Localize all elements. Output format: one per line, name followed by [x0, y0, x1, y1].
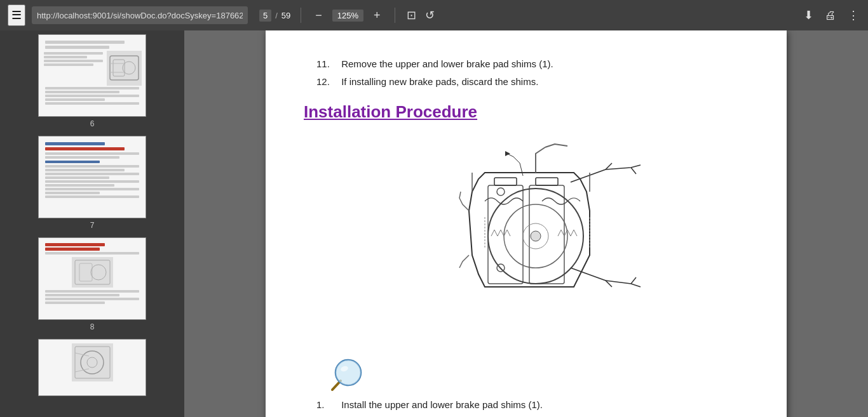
magnifier-area [329, 357, 749, 392]
page-separator: / [275, 11, 278, 20]
sidebar[interactable]: 6 [0, 30, 184, 417]
removal-steps: 11. Remove the upper and lower brake pad… [304, 56, 749, 89]
more-button[interactable]: ⋮ [846, 7, 860, 23]
page-info: 5 / 59 [259, 10, 290, 22]
sidebar-item-page8[interactable]: 8 [0, 234, 184, 335]
svg-point-24 [497, 188, 505, 195]
url-bar[interactable] [32, 6, 248, 24]
svg-point-26 [531, 231, 541, 241]
print-button[interactable]: 🖨 [824, 8, 837, 23]
total-pages: 59 [281, 11, 290, 20]
zoom-level: 125% [332, 10, 363, 22]
thumb-page8 [38, 237, 146, 320]
current-page[interactable]: 5 [259, 10, 271, 22]
magnifier-icon [329, 357, 367, 392]
brake-diagram-svg: 1 1 [409, 141, 644, 338]
zoom-out-button[interactable]: − [311, 8, 326, 23]
rotate-button[interactable]: ↺ [424, 7, 436, 23]
svg-point-10 [87, 357, 97, 367]
page-num-label-8: 8 [90, 322, 95, 331]
svg-point-32 [336, 360, 361, 385]
step-12-num: 12. [316, 74, 339, 90]
sidebar-item-page6[interactable]: 6 [0, 30, 184, 132]
svg-line-11 [75, 353, 89, 356]
content-area[interactable]: 11. Remove the upper and lower brake pad… [184, 30, 868, 417]
main-layout: 6 [0, 30, 868, 417]
svg-marker-29 [505, 151, 510, 156]
toolbar: ☰ 5 / 59 − 125% + ⊡ ↺ ⬇ 🖨 ⋮ [0, 0, 868, 30]
step-11-text: Remove the upper and lower brake pad shi… [341, 58, 553, 69]
sidebar-item-page7[interactable]: 7 [0, 132, 184, 234]
svg-line-12 [75, 369, 89, 372]
install-step-1-num: 1. [316, 397, 339, 413]
divider-2 [395, 8, 395, 23]
page-num-label-6: 6 [90, 119, 95, 128]
install-step-1: 1. Install the upper and lower brake pad… [316, 397, 749, 413]
thumb-page7 [38, 136, 146, 218]
sidebar-item-page9[interactable] [0, 335, 184, 400]
installation-steps: 1. Install the upper and lower brake pad… [304, 397, 749, 413]
step-11-num: 11. [316, 56, 339, 72]
pdf-page: 11. Remove the upper and lower brake pad… [266, 30, 787, 417]
step-11: 11. Remove the upper and lower brake pad… [316, 56, 749, 72]
thumb-page6 [38, 34, 146, 117]
toolbar-right: ⬇ 🖨 ⋮ [803, 7, 860, 23]
zoom-in-button[interactable]: + [370, 8, 384, 23]
menu-button[interactable]: ☰ [8, 4, 25, 26]
svg-point-9 [81, 351, 104, 374]
divider-1 [301, 8, 301, 23]
install-step-1-text: Install the upper and lower brake pad sh… [341, 399, 543, 410]
svg-rect-6 [79, 263, 92, 281]
svg-rect-19 [536, 178, 558, 185]
svg-rect-18 [494, 178, 517, 185]
section-heading: Installation Procedure [304, 102, 749, 122]
svg-point-7 [91, 265, 106, 280]
fit-button[interactable]: ⊡ [405, 7, 417, 23]
page-num-label-7: 7 [90, 221, 95, 230]
download-button[interactable]: ⬇ [803, 7, 815, 23]
step-12: 12. If installing new brake pads, discar… [316, 74, 749, 90]
step-12-text: If installing new brake pads, discard th… [341, 76, 538, 87]
brake-diagram: 1 1 [304, 141, 749, 338]
thumb-page9 [38, 339, 146, 396]
